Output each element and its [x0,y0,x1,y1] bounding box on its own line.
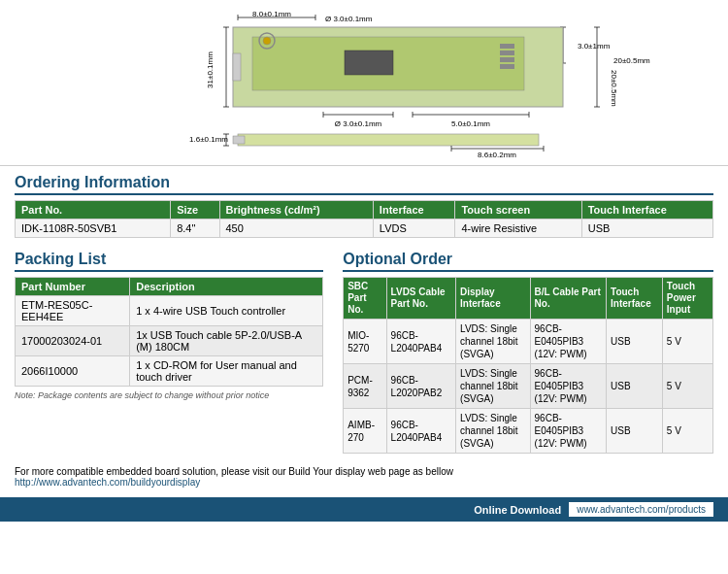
optional-header-sbc: SBC Part No. [344,278,386,320]
optional-cell: 96CB-E0405PIB3 (12V: PWM) [530,364,606,409]
optional-cell: 96CB-L2040PAB4 [386,320,455,364]
optional-cell: AIMB-270 [344,409,386,454]
optional-header-row: SBC Part No. LVDS Cable Part No. Display… [344,278,713,320]
svg-rect-36 [238,134,539,146]
svg-rect-23 [500,44,514,49]
svg-rect-27 [233,53,241,81]
svg-text:3.0±1mm: 3.0±1mm [578,42,611,51]
ordering-cell: 8.4" [171,219,219,238]
packing-cell: 17000203024-01 [16,326,130,356]
ordering-cell: 450 [219,219,373,238]
packing-cell: 1 x 4-wire USB Touch controller [130,296,323,326]
footer-text: For more compatible embedded board solut… [15,466,713,477]
optional-cell: 96CB-E0405PIB3 (12V: PWM) [530,320,606,364]
optional-row: AIMB-27096CB-L2040PAB4LVDS: Single chann… [344,409,713,454]
optional-cell: 96CB-L2020PAB2 [386,364,455,409]
optional-cell: 96CB-E0405PIB3 (12V: PWM) [530,409,606,454]
ordering-table: Part No. Size Brightness (cd/m²) Interfa… [15,200,713,238]
packing-row: ETM-RES05C-EEH4EE1 x 4-wire USB Touch co… [16,296,323,326]
packing-header-row: Part Number Description [16,278,323,296]
packing-header-partnum: Part Number [16,278,130,296]
optional-cell: MIO-5270 [344,320,386,364]
two-col-section: Packing List Part Number Description ETM… [0,246,728,458]
ordering-header-partno: Part No. [16,201,171,219]
optional-row: PCM-936296CB-L2020PAB2LVDS: Single chann… [344,364,713,409]
optional-title: Optional Order [343,251,713,272]
optional-table: SBC Part No. LVDS Cable Part No. Display… [343,277,713,454]
svg-text:5.0±0.1mm: 5.0±0.1mm [451,119,490,128]
optional-cell: USB [607,364,663,409]
ordering-header-size: Size [171,201,219,219]
svg-text:20±0.5mm: 20±0.5mm [613,56,650,65]
packing-table: Part Number Description ETM-RES05C-EEH4E… [15,277,323,387]
optional-header-lvds: LVDS Cable Part No. [386,278,455,320]
footer-section: For more compatible embedded board solut… [0,458,728,492]
svg-rect-37 [233,136,245,144]
svg-point-21 [263,37,271,45]
ordering-cell: USB [581,219,712,238]
optional-row: MIO-527096CB-L2040PAB4LVDS: Single chann… [344,320,713,364]
optional-cell: LVDS: Single channel 18bit (SVGA) [456,409,531,454]
ordering-title: Ordering Information [15,174,713,195]
optional-cell: LVDS: Single channel 18bit (SVGA) [456,364,531,409]
optional-cell: USB [607,409,663,454]
ordering-header-touchscreen: Touch screen [455,201,581,219]
ordering-section: Ordering Information Part No. Size Brigh… [0,166,728,246]
packing-row: 2066I100001 x CD-ROM for User manual and… [16,356,323,387]
svg-rect-22 [345,51,393,75]
packing-cell: 1 x CD-ROM for User manual and touch dri… [130,356,323,387]
svg-text:20±0.5mm: 20±0.5mm [610,70,618,107]
diagram-section: 8.0±0.1mm Ø 3.0±0.1mm 31±0.1mm 3.0±1mm 2… [0,0,728,166]
svg-rect-25 [500,57,514,62]
ordering-header-touchinterface: Touch Interface [581,201,712,219]
optional-header-touchpower: Touch Power Input [662,278,712,320]
svg-text:8.0±0.1mm: 8.0±0.1mm [252,10,291,18]
optional-header-display: Display Interface [456,278,531,320]
packing-section: Packing List Part Number Description ETM… [15,251,323,454]
svg-text:8.6±0.2mm: 8.6±0.2mm [478,151,516,159]
svg-rect-26 [500,64,514,69]
optional-cell: USB [607,320,663,364]
diagram-container: 8.0±0.1mm Ø 3.0±0.1mm 31±0.1mm 3.0±1mm 2… [15,10,713,160]
optional-cell: 5 V [662,409,712,454]
online-url: www.advantech.com/products [569,502,713,517]
optional-cell: LVDS: Single channel 18bit (SVGA) [456,320,531,364]
optional-section: Optional Order SBC Part No. LVDS Cable P… [343,251,713,454]
ordering-header-row: Part No. Size Brightness (cd/m²) Interfa… [16,201,713,219]
svg-text:31±0.1mm: 31±0.1mm [206,51,215,88]
ordering-header-interface: Interface [373,201,455,219]
packing-title: Packing List [15,251,323,272]
svg-text:Ø 3.0±0.1mm: Ø 3.0±0.1mm [325,15,373,23]
optional-header-bl: B/L Cable Part No. [530,278,606,320]
packing-cell: 2066I10000 [16,356,130,387]
optional-cell: PCM-9362 [344,364,386,409]
packing-note: Note: Package contents are subject to ch… [15,390,323,400]
svg-text:Ø 3.0±0.1mm: Ø 3.0±0.1mm [335,119,382,128]
ordering-row: IDK-1108R-50SVB18.4"450LVDS4-wire Resist… [16,219,713,238]
packing-row: 17000203024-011x USB Touch cable 5P-2.0/… [16,326,323,356]
svg-rect-24 [500,51,514,55]
packing-cell: ETM-RES05C-EEH4EE [16,296,130,326]
optional-cell: 5 V [662,320,712,364]
optional-cell: 96CB-L2040PAB4 [386,409,455,454]
ordering-cell: IDK-1108R-50SVB1 [16,219,171,238]
optional-cell: 5 V [662,364,712,409]
online-bar: Online Download www.advantech.com/produc… [0,497,728,522]
ordering-cell: 4-wire Resistive [455,219,581,238]
packing-header-desc: Description [130,278,323,296]
ordering-cell: LVDS [373,219,455,238]
optional-header-touchif: Touch Interface [607,278,663,320]
footer-url[interactable]: http://www.advantech.com/buildyourdispla… [15,477,200,488]
svg-text:1.6±0.1mm: 1.6±0.1mm [189,135,228,144]
online-label: Online Download [474,504,561,516]
product-diagram: 8.0±0.1mm Ø 3.0±0.1mm 31±0.1mm 3.0±1mm 2… [15,10,713,160]
ordering-header-brightness: Brightness (cd/m²) [219,201,373,219]
packing-cell: 1x USB Touch cable 5P-2.0/USB-A (M) 180C… [130,326,323,356]
